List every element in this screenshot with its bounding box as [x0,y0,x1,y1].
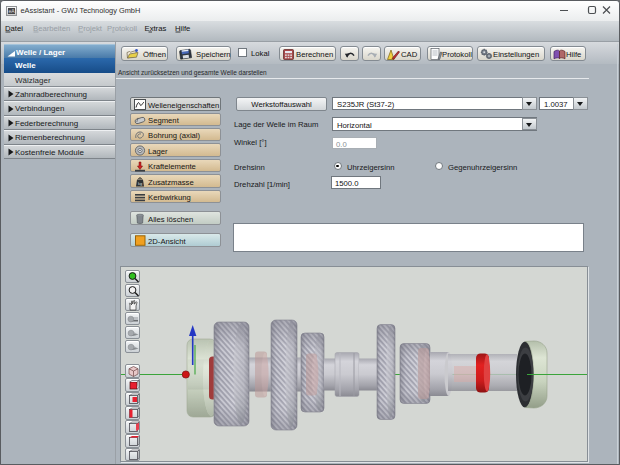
svg-text:kg: kg [137,181,141,186]
